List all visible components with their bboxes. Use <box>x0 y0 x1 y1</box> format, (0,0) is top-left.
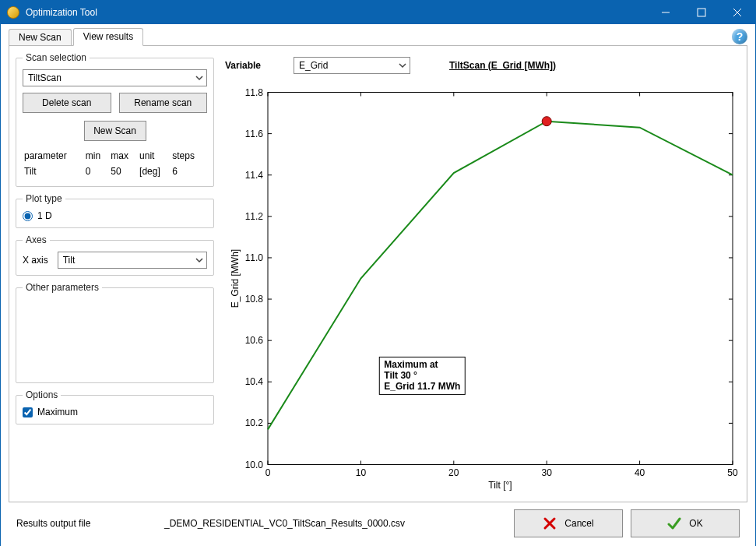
minimize-button[interactable] <box>648 1 684 24</box>
svg-text:11.4: 11.4 <box>245 170 264 181</box>
chevron-down-icon <box>195 72 203 83</box>
svg-text:10: 10 <box>356 467 367 478</box>
window: Optimization Tool New Scan View results … <box>0 0 756 546</box>
x-axis-label: X axis <box>23 255 48 266</box>
cancel-button[interactable]: Cancel <box>514 509 623 537</box>
parameter-table: parameter min max unit steps Tilt 0 50 [… <box>23 147 207 180</box>
window-body: New Scan View results ? Scan selection T… <box>1 24 755 546</box>
svg-text:10.6: 10.6 <box>245 335 264 346</box>
svg-text:E_Grid [MWh]: E_Grid [MWh] <box>230 249 241 308</box>
right-panel: Variable E_Grid TiltScan (E_Grid [MWh]) … <box>225 52 740 495</box>
plot-type-1d-radio[interactable]: 1 D <box>23 210 207 221</box>
plot-type-group: Plot type 1 D <box>16 193 214 228</box>
delete-scan-button[interactable]: Delete scan <box>23 93 111 113</box>
scan-selection-group: Scan selection TiltScan Delete scan Rena… <box>16 52 214 187</box>
tab-content: Scan selection TiltScan Delete scan Rena… <box>9 45 747 502</box>
variable-value: E_Grid <box>299 60 328 71</box>
options-legend: Options <box>23 389 61 400</box>
help-button[interactable]: ? <box>732 29 747 44</box>
svg-text:11.2: 11.2 <box>245 211 264 222</box>
column-header: unit <box>139 149 171 163</box>
cancel-icon <box>543 516 557 530</box>
svg-text:11.8: 11.8 <box>245 87 264 98</box>
svg-text:20: 20 <box>448 467 459 478</box>
axes-group: Axes X axis Tilt <box>16 234 214 276</box>
variable-row: Variable E_Grid TiltScan (E_Grid [MWh]) <box>225 57 740 74</box>
column-header: parameter <box>24 149 84 163</box>
scan-select-combo[interactable]: TiltScan <box>23 69 207 86</box>
plot-type-legend: Plot type <box>23 193 65 204</box>
svg-point-55 <box>542 117 551 126</box>
tab-view-results[interactable]: View results <box>73 28 143 46</box>
table-row: Tilt 0 50 [deg] 6 <box>24 164 206 178</box>
new-scan-button[interactable]: New Scan <box>84 121 146 141</box>
column-header: steps <box>172 149 206 163</box>
x-axis-combo[interactable]: Tilt <box>58 252 207 269</box>
svg-text:0: 0 <box>265 467 271 478</box>
other-parameters-group: Other parameters <box>16 282 214 383</box>
other-parameters-legend: Other parameters <box>23 282 102 293</box>
svg-text:11.0: 11.0 <box>245 252 264 263</box>
svg-text:Maximum at: Maximum at <box>384 359 438 370</box>
rename-scan-button[interactable]: Rename scan <box>119 93 208 113</box>
svg-text:10.2: 10.2 <box>245 417 264 428</box>
maximize-button[interactable] <box>684 1 719 24</box>
options-group: Options Maximum <box>16 389 214 424</box>
ok-icon <box>667 516 681 530</box>
svg-text:11.6: 11.6 <box>245 129 264 139</box>
app-icon <box>7 6 19 19</box>
window-title: Optimization Tool <box>26 7 648 18</box>
svg-text:40: 40 <box>635 467 645 478</box>
variable-combo[interactable]: E_Grid <box>294 57 410 74</box>
axes-legend: Axes <box>23 234 50 245</box>
svg-text:10.0: 10.0 <box>245 460 264 470</box>
footer: Results output file _DEMO_RESIDENTIAL_VC… <box>9 502 747 544</box>
left-panel: Scan selection TiltScan Delete scan Rena… <box>16 52 214 495</box>
svg-text:10.8: 10.8 <box>245 294 264 305</box>
close-button[interactable] <box>719 1 755 24</box>
results-file-value: _DEMO_RESIDENTIAL_VC0_TiltScan_Results_0… <box>164 518 506 529</box>
chart-area: 10.010.210.410.610.811.011.211.411.611.8… <box>225 82 740 495</box>
title-bar: Optimization Tool <box>1 1 755 24</box>
chevron-down-icon <box>399 60 406 71</box>
x-axis-value: Tilt <box>63 255 76 266</box>
scan-select-value: TiltScan <box>28 72 62 83</box>
variable-label: Variable <box>225 60 286 71</box>
plot-type-1d-input[interactable] <box>23 211 33 221</box>
scan-selection-legend: Scan selection <box>23 52 90 63</box>
chart-svg: 10.010.210.410.610.811.011.211.411.611.8… <box>225 82 740 495</box>
svg-text:Tilt [°]: Tilt [°] <box>488 480 512 491</box>
maximum-checkbox-input[interactable] <box>23 407 33 417</box>
column-header: min <box>86 149 110 163</box>
svg-rect-1 <box>698 9 705 16</box>
tab-new-scan[interactable]: New Scan <box>9 29 72 46</box>
chevron-down-icon <box>195 255 203 266</box>
tab-bar: New Scan View results ? <box>9 29 747 46</box>
svg-rect-4 <box>268 93 733 465</box>
column-header: max <box>111 149 138 163</box>
ok-button[interactable]: OK <box>631 509 740 537</box>
svg-text:Tilt 30 °: Tilt 30 ° <box>384 370 417 381</box>
chart-title: TiltScan (E_Grid [MWh]) <box>449 60 556 71</box>
svg-text:10.4: 10.4 <box>245 376 264 387</box>
svg-text:E_Grid 11.7 MWh: E_Grid 11.7 MWh <box>384 381 460 392</box>
svg-text:50: 50 <box>727 467 738 478</box>
results-file-label: Results output file <box>16 518 156 529</box>
maximum-checkbox[interactable]: Maximum <box>23 407 207 417</box>
svg-text:30: 30 <box>542 467 553 478</box>
